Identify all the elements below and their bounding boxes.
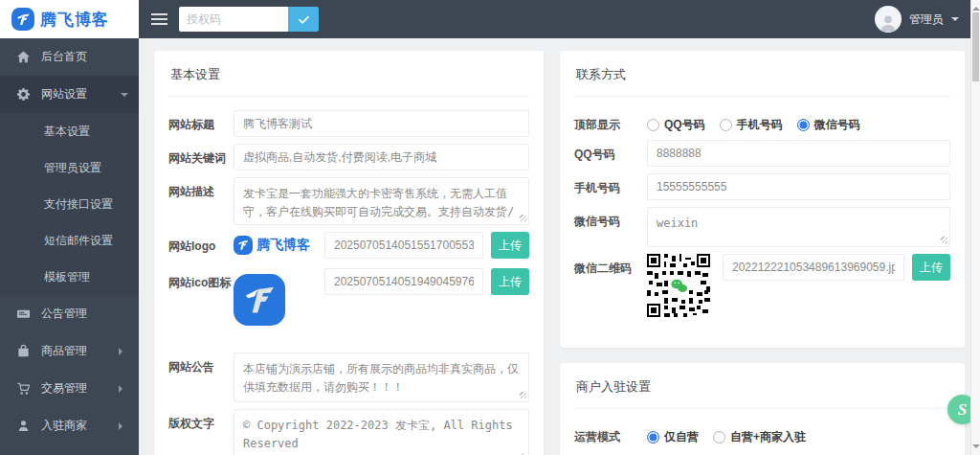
- sidebar-item-label: 商品管理: [41, 343, 87, 359]
- field-label: 顶部显示: [574, 110, 647, 133]
- field-label: 网站标题: [168, 110, 234, 137]
- field-label: 手机号码: [574, 173, 647, 200]
- field-label: 网站ico图标: [168, 268, 234, 341]
- sidebar-subitem-admin-settings[interactable]: 管理员设置: [0, 149, 139, 186]
- sidebar-item-label: 基本设置: [44, 124, 90, 140]
- sidebar-item-goods[interactable]: 商品管理: [0, 332, 139, 370]
- sidebar-item-merchant[interactable]: 入驻商家: [0, 407, 139, 444]
- sidebar-subitem-template-manage[interactable]: 模板管理: [0, 259, 139, 295]
- chevron-right-icon: [119, 385, 126, 393]
- sidebar-subitem-basic-settings[interactable]: 基本设置: [0, 113, 139, 149]
- authcode-input[interactable]: [179, 7, 288, 32]
- card-title: 商户入驻设置: [574, 376, 950, 409]
- user-menu[interactable]: 管理员: [875, 6, 980, 33]
- wechat-id-textarea[interactable]: weixin: [647, 207, 950, 247]
- brand-tf-icon: [11, 8, 34, 31]
- brand-name: 腾飞博客: [40, 9, 109, 31]
- qq-number-input[interactable]: [647, 140, 950, 167]
- basic-settings-card: 基本设置 网站标题 网站关键词 网站描述 发卡宝是一套功能强大的卡密寄售系统，无…: [154, 51, 544, 455]
- field-label: QQ号码: [574, 140, 647, 167]
- scrollbar-thumb[interactable]: [972, 12, 979, 81]
- bag-icon: [16, 344, 31, 358]
- field-label: 微信号码: [574, 207, 647, 247]
- site-title-input[interactable]: [234, 110, 529, 137]
- sidebar-subitem-sms-mail-settings[interactable]: 短信邮件设置: [0, 222, 139, 259]
- chevron-down-icon: [951, 17, 959, 25]
- sidebar-item-label: 模板管理: [44, 269, 90, 285]
- home-icon: [16, 50, 31, 64]
- cart-icon: [16, 381, 31, 396]
- avatar: [875, 6, 902, 33]
- card-title: 基本设置: [168, 64, 529, 97]
- user-icon: [878, 11, 899, 33]
- radio-label[interactable]: 手机号码: [737, 117, 783, 133]
- field-label: 网站logo: [168, 232, 234, 259]
- field-label: 网站关键词: [168, 144, 234, 171]
- brand-tf-icon: [234, 236, 253, 255]
- radio-top-display-qq[interactable]: [647, 119, 659, 131]
- sidebar-item-check-update[interactable]: 检测更新: [0, 444, 139, 455]
- qrcode-upload-button[interactable]: 上传: [912, 254, 950, 281]
- sidebar-item-label: 短信邮件设置: [44, 233, 113, 249]
- radio-mode-self-plus-merchant[interactable]: [713, 431, 725, 444]
- main-content: 基本设置 网站标题 网站关键词 网站描述 发卡宝是一套功能强大的卡密寄售系统，无…: [139, 38, 980, 455]
- sidebar-subitem-payment-settings[interactable]: 支付接口设置: [0, 186, 139, 222]
- scroll-down-arrow[interactable]: [972, 444, 980, 452]
- ico-upload-button[interactable]: 上传: [491, 268, 529, 295]
- authcode-submit-button[interactable]: [288, 7, 319, 32]
- sidebar-item-label: 支付接口设置: [44, 196, 113, 213]
- logo-filename-input[interactable]: [324, 232, 483, 259]
- sidebar-item-announcement[interactable]: 公告管理: [0, 295, 139, 332]
- site-logo-preview: 腾飞博客: [234, 236, 310, 255]
- logo-upload-button[interactable]: 上传: [491, 232, 529, 259]
- card-title: 联系方式: [574, 64, 950, 97]
- chevron-right-icon: [119, 422, 126, 430]
- sidebar-item-site-settings[interactable]: 网站设置: [0, 76, 139, 113]
- sidebar-item-label: 公告管理: [41, 306, 87, 322]
- scroll-up-arrow[interactable]: [972, 3, 980, 11]
- hamburger-menu-icon[interactable]: [139, 0, 179, 38]
- person-icon: [16, 419, 31, 433]
- ico-filename-input[interactable]: [324, 268, 483, 295]
- radio-label[interactable]: 微信号码: [814, 117, 860, 133]
- field-label: 微信二维码: [574, 254, 647, 330]
- sidebar-item-home[interactable]: 后台首页: [0, 38, 139, 76]
- radio-top-display-wechat[interactable]: [797, 119, 810, 131]
- field-label: 版权文字: [168, 409, 234, 455]
- sidebar-item-label: 后台首页: [41, 49, 87, 65]
- logo-preview-text: 腾飞博客: [256, 237, 310, 254]
- sidebar-item-trade[interactable]: 交易管理: [0, 370, 139, 407]
- radio-top-display-phone[interactable]: [720, 119, 732, 131]
- sidebar-item-label: 管理员设置: [44, 160, 101, 176]
- chevron-down-icon: [121, 93, 128, 101]
- copyright-textarea[interactable]: © Copyright 2022-2023 发卡宝, All Rights Re…: [234, 409, 529, 455]
- sidebar-item-label: 入驻商家: [41, 418, 87, 434]
- announcement-icon: [16, 307, 31, 321]
- user-name: 管理员: [909, 11, 944, 28]
- phone-number-input[interactable]: [647, 173, 950, 200]
- vertical-scrollbar[interactable]: [970, 0, 980, 455]
- contact-card: 联系方式 顶部显示 QQ号码 手机号码 微信号码 QQ号码: [560, 51, 965, 348]
- gear-icon: [16, 87, 31, 102]
- field-label: 运营模式: [574, 422, 647, 445]
- top-header: 腾飞博客 管理员: [0, 0, 980, 38]
- radio-label[interactable]: QQ号码: [664, 117, 705, 133]
- site-notice-textarea[interactable]: 本店铺为演示店铺，所有展示的商品均非真实商品，仅供填充数据用，请勿购买！！！: [234, 353, 529, 402]
- site-description-textarea[interactable]: 发卡宝是一套功能强大的卡密寄售系统，无需人工值守，客户在线购买即可自动完成交易。…: [234, 177, 529, 225]
- radio-mode-self-only[interactable]: [647, 431, 659, 444]
- field-label: 网站描述: [168, 177, 234, 225]
- chevron-right-icon: [119, 348, 126, 355]
- qrcode-filename-input[interactable]: [723, 254, 904, 281]
- app-logo[interactable]: 腾飞博客: [0, 0, 139, 38]
- field-label: 网站公告: [168, 353, 234, 402]
- check-icon: [298, 13, 310, 26]
- sidebar: 后台首页 网站设置 基本设置 管理员设置 支付接口设置 短信邮件设置 模板管理 …: [0, 38, 139, 455]
- site-ico-preview: [234, 274, 285, 326]
- merchant-settings-card: 商户入驻设置 运营模式 仅自营 自营+商家入驻 如果您的业务涉及商户入驻，需提前…: [560, 363, 965, 455]
- radio-label[interactable]: 仅自营: [664, 429, 699, 445]
- sidebar-item-label: 交易管理: [41, 380, 87, 397]
- wechat-qrcode-image: [647, 254, 710, 317]
- site-keywords-input[interactable]: [234, 144, 529, 171]
- radio-label[interactable]: 自营+商家入驻: [730, 429, 806, 445]
- site-settings-submenu: 基本设置 管理员设置 支付接口设置 短信邮件设置 模板管理: [0, 113, 139, 295]
